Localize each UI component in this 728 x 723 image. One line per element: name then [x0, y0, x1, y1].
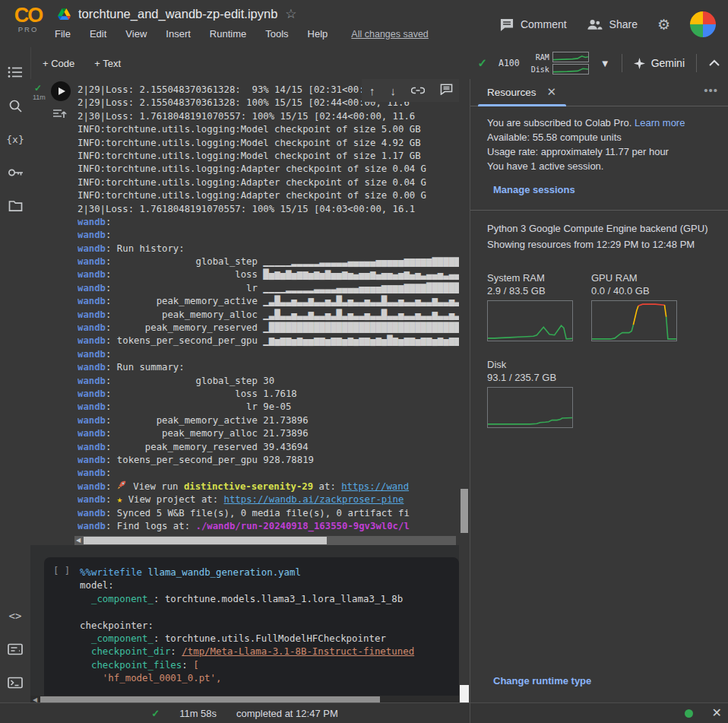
disk-mini-chart — [552, 64, 589, 75]
menu-insert[interactable]: Insert — [166, 28, 191, 40]
output-vscroll-thumb[interactable] — [461, 489, 468, 533]
output-line: wandb: Find logs at: ./wandb/run-2024091… — [78, 520, 459, 533]
output-line: 2|30|Loss: 1.7618048191070557: 100% 15/1… — [78, 203, 459, 216]
output-line: wandb: tokens_per_second_per_gpu ▁▆▅▆▆▅▆… — [78, 335, 459, 347]
output-line: wandb: Run summary: — [78, 361, 459, 374]
colab-logo[interactable]: CO PRO — [10, 5, 46, 33]
move-cell-down-icon[interactable]: ↓ — [391, 84, 397, 97]
cell-output[interactable]: 2|29|Loss: 2.155048370361328: 93% 14/15 … — [78, 84, 459, 537]
tab-resources[interactable]: Resources ✕ — [487, 85, 556, 99]
output-line: wandb: loss 1.7618 — [78, 388, 459, 401]
gpu-ram-chart: GPU RAM 0.0 / 40.0 GB — [591, 271, 695, 341]
notebook-content: ✓ 11m 2|29|Loss: 2.155048370361328: 93% … — [30, 79, 459, 703]
close-panel-icon[interactable]: ✕ — [712, 706, 722, 720]
menu-tools[interactable]: Tools — [265, 28, 288, 40]
active-sessions-line: You have 1 active session. — [487, 159, 717, 173]
code-line: _component_: torchtune.utils.FullModelHF… — [80, 631, 459, 644]
system-ram-chart: System RAM 2.9 / 83.5 GB — [487, 271, 591, 341]
scroll-left-arrow-icon[interactable]: ◀ — [76, 537, 81, 544]
cell-executed-check-icon: ✓ — [34, 83, 42, 94]
menu-file[interactable]: File — [55, 28, 71, 40]
connection-status-dot — [685, 709, 693, 718]
learn-more-link[interactable]: Learn more — [635, 117, 685, 128]
output-line: 2|30|Loss: 1.7618048191070557: 100% 15/1… — [78, 110, 459, 123]
manage-sessions-link[interactable]: Manage sessions — [493, 182, 575, 197]
output-line: wandb: Synced 5 W&B file(s), 0 media fil… — [78, 507, 459, 520]
share-people-icon — [587, 18, 603, 30]
panel-tab-bar: Resources ✕ ••• — [470, 79, 728, 106]
output-line: INFO:torchtune.utils.logging:Adapter che… — [78, 176, 459, 189]
panel-status-bar: ✕ — [470, 703, 728, 723]
output-line: INFO:torchtune.utils.logging:Model check… — [78, 137, 459, 150]
secrets-key-icon[interactable] — [7, 164, 24, 181]
code-line: %%writefile llama_wandb_generation.yaml — [80, 565, 459, 578]
system-ram-sparkline — [487, 300, 573, 341]
search-icon[interactable] — [7, 97, 24, 114]
output-line: wandb: lr 9e-05 — [78, 401, 459, 414]
move-cell-up-icon[interactable]: ↑ — [369, 84, 375, 97]
code-line: checkpoint_dir: /tmp/Meta-Llama-3.1-8B-I… — [80, 644, 459, 657]
output-line: wandb: View run distinctive-serenity-29 … — [78, 480, 459, 493]
notebook-vscroll-thumb[interactable] — [460, 685, 469, 703]
code-snippets-icon[interactable]: <> — [7, 607, 24, 624]
change-runtime-type-link[interactable]: Change runtime type — [493, 675, 591, 687]
output-scroll-icon[interactable] — [52, 106, 68, 123]
output-line: wandb: peak_memory_alloc ▁▃█▃▃▅▃▃▆▃▃▅▃█▃… — [78, 309, 459, 322]
table-of-contents-icon[interactable] — [7, 64, 24, 81]
disk-sparkline — [487, 387, 573, 428]
code-line: _component_: torchtune.models.llama3_1.l… — [80, 591, 459, 604]
panel-overflow-menu-icon[interactable]: ••• — [704, 84, 718, 97]
output-line: wandb: loss █▅▆▅▇▅▆▆▅▆▅▇▅▅▆▅▄▅▅▆▄▅▅▄▅▆▄▅… — [78, 268, 459, 281]
gemini-sparkle-icon — [634, 58, 645, 69]
collapse-toolbar-chevron-icon[interactable] — [708, 59, 720, 68]
subscription-line: You are subscribed to Colab Pro. Learn m… — [487, 116, 717, 130]
output-hscroll-thumb[interactable] — [84, 537, 327, 544]
output-line: wandb: — [78, 216, 459, 229]
notebook-vertical-scrollbar[interactable] — [459, 79, 470, 703]
copy-link-to-cell-icon[interactable] — [411, 84, 425, 97]
colab-logo-text: CO — [10, 5, 46, 26]
output-horizontal-scrollbar[interactable]: ◀ — [74, 536, 456, 545]
comment-icon — [500, 18, 514, 31]
runtime-connected-check-icon: ✓ — [477, 56, 487, 70]
run-cell-button[interactable] — [51, 81, 71, 101]
output-line: wandb: peak_memory_reserved ▁███████████… — [78, 322, 459, 335]
add-comment-icon[interactable] — [440, 84, 453, 97]
code-line: 'hf_model_0001_0.pt', — [80, 671, 459, 683]
code-line — [80, 604, 459, 617]
menu-help[interactable]: Help — [308, 28, 328, 40]
settings-gear-icon[interactable]: ⚙ — [657, 16, 670, 33]
resources-dropdown-caret[interactable]: ▼ — [600, 58, 610, 69]
add-code-button[interactable]: + Code — [43, 58, 74, 69]
menu-runtime[interactable]: Runtime — [210, 28, 246, 40]
execution-success-check-icon: ✓ — [151, 708, 160, 719]
close-tab-icon[interactable]: ✕ — [547, 85, 557, 99]
ram-disk-widget[interactable]: RAM Disk — [531, 52, 589, 75]
command-palette-icon[interactable] — [7, 641, 24, 658]
cell-execution-time: 11m — [33, 94, 46, 101]
notebook-toolbar: + Code + Text ✓ A100 RAM Disk ▼ Gemini — [30, 47, 728, 80]
code-lines[interactable]: %%writefile llama_wandb_generation.yamlm… — [80, 565, 459, 684]
menu-bar: File Edit View Insert Runtime Tools Help… — [55, 28, 429, 40]
changes-saved-status[interactable]: All changes saved — [351, 29, 428, 40]
cell-toolbar: ↑ ↓ — [362, 79, 459, 102]
menu-view[interactable]: View — [125, 28, 147, 40]
share-button[interactable]: Share — [587, 18, 638, 30]
gemini-button[interactable]: Gemini — [634, 57, 685, 69]
add-text-button[interactable]: + Text — [94, 58, 121, 69]
variables-icon[interactable]: {x} — [7, 131, 24, 147]
output-line: wandb: global_step 30 — [78, 375, 459, 388]
comment-button[interactable]: Comment — [500, 18, 567, 31]
terminal-icon[interactable] — [7, 674, 24, 691]
code-cell-editor[interactable]: [ ] %%writefile llama_wandb_generation.y… — [44, 557, 459, 699]
available-units-line: Available: 55.58 compute units — [487, 130, 717, 144]
user-avatar[interactable] — [690, 11, 716, 37]
files-folder-icon[interactable] — [7, 198, 24, 214]
rocket-icon — [117, 480, 128, 493]
cell-prompt: [ ] — [53, 565, 70, 576]
menu-edit[interactable]: Edit — [90, 28, 106, 40]
left-sidebar: {x} <> — [0, 47, 31, 703]
star-icon[interactable]: ☆ — [285, 6, 296, 22]
notebook-title[interactable]: torchtune_and_wandb-zp-edit.ipynb — [78, 7, 277, 21]
output-line: wandb: peak_memory_active 21.73896 — [78, 414, 459, 427]
